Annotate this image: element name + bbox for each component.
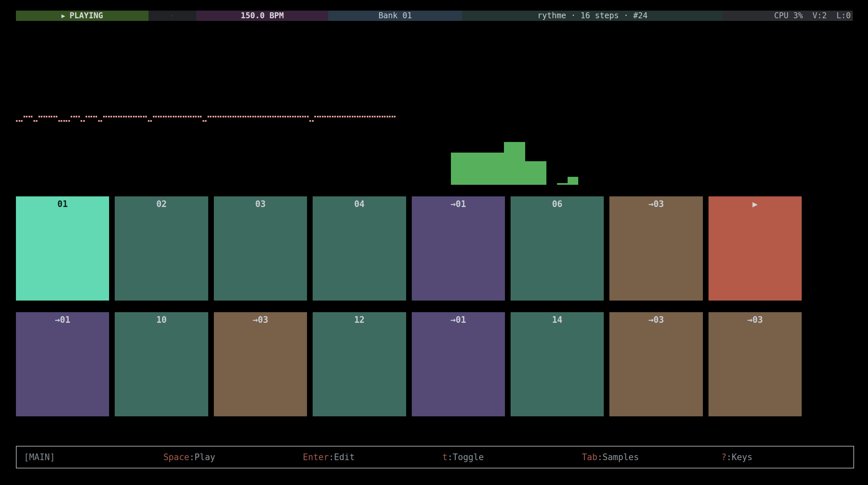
wave-dot	[317, 116, 319, 117]
wave-dot	[125, 116, 127, 117]
wave-dot	[287, 116, 289, 117]
wave-dot	[108, 116, 110, 117]
wave-dot	[128, 116, 130, 117]
pad-03[interactable]: 03	[214, 196, 307, 301]
wave-dot	[61, 120, 62, 122]
wave-dot	[91, 116, 92, 117]
meter-bar-8	[525, 161, 536, 185]
hint-label: :Keys	[726, 452, 752, 462]
top-bar-separator: ·	[149, 10, 196, 21]
pad-12[interactable]: 12	[313, 312, 406, 416]
meter-bar-2	[462, 153, 472, 185]
pad-label: 01	[57, 199, 68, 209]
wave-dot	[252, 116, 254, 117]
pad-14[interactable]: 14	[510, 312, 604, 416]
wave-dot	[257, 116, 259, 117]
pad-05[interactable]: →01	[412, 196, 505, 301]
wave-dot	[309, 120, 311, 122]
sequencer-app: ▶ PLAYING · 150.0 BPM Bank 01 rythme · 1…	[0, 0, 868, 485]
wave-dot	[304, 116, 306, 117]
wave-dot	[334, 116, 336, 117]
wave-dot	[300, 116, 301, 117]
wave-dot	[38, 116, 40, 117]
wave-dot	[130, 116, 132, 117]
hint-label: :Toggle	[447, 452, 484, 462]
wave-dot	[297, 116, 299, 117]
wave-dot	[272, 116, 274, 117]
wave-dot	[100, 120, 102, 122]
wave-dot	[275, 116, 276, 117]
pad-13[interactable]: →01	[412, 312, 505, 416]
wave-dot	[170, 116, 172, 117]
wave-dot	[188, 116, 189, 117]
hint-key: Space	[163, 452, 189, 462]
wave-dot	[98, 120, 100, 122]
wave-dot	[31, 116, 32, 117]
wave-dot	[71, 116, 72, 117]
wave-dot	[282, 116, 284, 117]
wave-dot	[220, 116, 221, 117]
play-icon: ▶	[61, 10, 65, 21]
wave-dot	[379, 116, 381, 117]
wave-dot	[135, 116, 137, 117]
wave-dot	[143, 116, 145, 117]
wave-dot	[312, 120, 314, 122]
wave-dot	[180, 116, 182, 117]
pad-08[interactable]: ▶	[709, 196, 802, 301]
wave-dot	[372, 116, 373, 117]
wave-dot	[178, 116, 179, 117]
pad-label: 03	[255, 199, 266, 209]
wave-dot	[384, 116, 385, 117]
hint-key: t	[442, 452, 447, 462]
wave-dot	[24, 116, 25, 117]
pad-06[interactable]: 06	[510, 196, 604, 301]
pad-02[interactable]: 02	[115, 196, 208, 301]
meter-bar-5	[493, 153, 504, 185]
hint-label: :Samples	[597, 452, 639, 462]
wave-dot	[332, 116, 334, 117]
meter-bar-12	[568, 177, 578, 185]
bpm-display: 150.0 BPM	[196, 10, 328, 21]
wave-dot	[240, 116, 241, 117]
pattern-info: rythme · 16 steps · #24	[462, 10, 723, 21]
pad-01[interactable]: 01	[16, 196, 109, 301]
wave-dot	[294, 116, 296, 117]
pad-10[interactable]: 10	[115, 312, 208, 416]
wave-dot	[347, 116, 348, 117]
wave-dot	[292, 116, 294, 117]
pad-04[interactable]: 04	[313, 196, 406, 301]
wave-dot	[43, 116, 45, 117]
key-hint-keys: ?:Keys	[714, 452, 854, 462]
wave-dot	[210, 116, 212, 117]
pad-07[interactable]: →03	[610, 196, 703, 301]
wave-dot	[183, 116, 184, 117]
wave-dot	[289, 116, 291, 117]
wave-dot	[41, 116, 42, 117]
wave-dot	[133, 116, 134, 117]
pad-label: 02	[156, 199, 166, 209]
wave-dot	[352, 116, 353, 117]
pad-16[interactable]: →03	[709, 312, 802, 416]
wave-dot	[225, 116, 226, 117]
wave-dot	[354, 116, 356, 117]
wave-dot	[160, 116, 162, 117]
pad-09[interactable]: →01	[16, 312, 109, 416]
wave-dot	[105, 116, 107, 117]
wave-dot	[140, 116, 142, 117]
wave-dot	[163, 116, 164, 117]
wave-dot	[262, 116, 264, 117]
wave-dot	[197, 116, 199, 117]
wave-dot	[357, 116, 359, 117]
pad-label: →03	[648, 199, 664, 209]
wave-dot	[238, 116, 239, 117]
wave-dot	[113, 116, 115, 117]
wave-dot	[242, 116, 244, 117]
pad-15[interactable]: →03	[610, 312, 703, 416]
wave-dot	[230, 116, 231, 117]
wave-dot	[29, 116, 30, 117]
wave-dot	[362, 116, 363, 117]
pad-label: →03	[747, 315, 763, 325]
wave-dot	[46, 116, 48, 117]
pad-11[interactable]: →03	[214, 312, 307, 416]
hint-label: :Edit	[329, 452, 355, 462]
